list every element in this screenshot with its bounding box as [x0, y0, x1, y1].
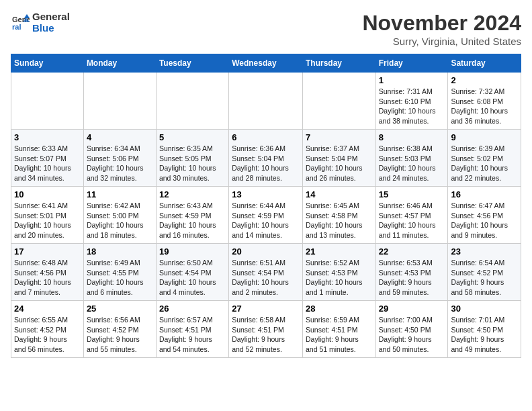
calendar-cell: 25Sunrise: 6:56 AM Sunset: 4:52 PM Dayli…: [83, 301, 156, 358]
day-info: Sunrise: 6:46 AM Sunset: 4:57 PM Dayligh…: [379, 201, 445, 240]
calendar-cell: 7Sunrise: 6:37 AM Sunset: 5:04 PM Daylig…: [302, 130, 375, 187]
logo-text-line2: Blue: [32, 22, 70, 34]
calendar-cell: 2Sunrise: 7:32 AM Sunset: 6:08 PM Daylig…: [448, 73, 521, 130]
day-number: 5: [159, 132, 226, 142]
day-info: Sunrise: 6:52 AM Sunset: 4:53 PM Dayligh…: [306, 258, 373, 298]
day-info: Sunrise: 6:47 AM Sunset: 4:56 PM Dayligh…: [451, 201, 518, 240]
calendar-cell: [11, 73, 84, 130]
day-info: Sunrise: 6:55 AM Sunset: 4:52 PM Dayligh…: [14, 315, 81, 355]
day-info: Sunrise: 7:01 AM Sunset: 4:50 PM Dayligh…: [451, 315, 518, 355]
day-number: 15: [379, 189, 445, 199]
day-number: 8: [379, 132, 445, 142]
calendar-cell: 23Sunrise: 6:54 AM Sunset: 4:52 PM Dayli…: [448, 244, 521, 301]
calendar-week-row: 17Sunrise: 6:48 AM Sunset: 4:56 PM Dayli…: [11, 244, 521, 301]
day-number: 4: [87, 132, 153, 142]
calendar-cell: 9Sunrise: 6:39 AM Sunset: 5:02 PM Daylig…: [448, 130, 521, 187]
day-info: Sunrise: 6:38 AM Sunset: 5:03 PM Dayligh…: [379, 144, 445, 183]
day-number: 29: [379, 304, 445, 314]
calendar-cell: 29Sunrise: 7:00 AM Sunset: 4:50 PM Dayli…: [375, 301, 448, 358]
day-info: Sunrise: 6:59 AM Sunset: 4:51 PM Dayligh…: [306, 315, 373, 355]
calendar-cell: [83, 73, 156, 130]
day-number: 23: [451, 246, 518, 257]
calendar-table: SundayMondayTuesdayWednesdayThursdayFrid…: [11, 54, 521, 358]
calendar-cell: 5Sunrise: 6:35 AM Sunset: 5:05 PM Daylig…: [156, 130, 228, 187]
calendar-week-row: 10Sunrise: 6:41 AM Sunset: 5:01 PM Dayli…: [11, 187, 521, 244]
day-number: 19: [159, 246, 226, 257]
weekday-header: Saturday: [448, 54, 521, 73]
calendar-header-row: SundayMondayTuesdayWednesdayThursdayFrid…: [11, 54, 521, 73]
calendar-week-row: 24Sunrise: 6:55 AM Sunset: 4:52 PM Dayli…: [11, 301, 521, 358]
calendar-cell: 21Sunrise: 6:52 AM Sunset: 4:53 PM Dayli…: [302, 244, 375, 301]
logo-icon: Gene ral: [11, 13, 30, 32]
weekday-header: Friday: [375, 54, 448, 73]
day-number: 12: [159, 189, 226, 199]
day-number: 9: [451, 132, 518, 142]
calendar-cell: 16Sunrise: 6:47 AM Sunset: 4:56 PM Dayli…: [448, 187, 521, 244]
day-info: Sunrise: 6:41 AM Sunset: 5:01 PM Dayligh…: [14, 201, 81, 240]
calendar-cell: [302, 73, 375, 130]
day-info: Sunrise: 7:31 AM Sunset: 6:10 PM Dayligh…: [379, 87, 445, 126]
day-info: Sunrise: 6:48 AM Sunset: 4:56 PM Dayligh…: [14, 258, 81, 298]
calendar-cell: 8Sunrise: 6:38 AM Sunset: 5:03 PM Daylig…: [375, 130, 448, 187]
day-info: Sunrise: 6:58 AM Sunset: 4:51 PM Dayligh…: [232, 315, 300, 355]
day-number: 27: [232, 304, 300, 314]
day-info: Sunrise: 6:43 AM Sunset: 4:59 PM Dayligh…: [159, 201, 226, 240]
day-number: 7: [306, 132, 373, 142]
calendar-cell: 11Sunrise: 6:42 AM Sunset: 5:00 PM Dayli…: [83, 187, 156, 244]
calendar-cell: 28Sunrise: 6:59 AM Sunset: 4:51 PM Dayli…: [302, 301, 375, 358]
weekday-header: Sunday: [11, 54, 84, 73]
calendar-week-row: 3Sunrise: 6:33 AM Sunset: 5:07 PM Daylig…: [11, 130, 521, 187]
day-info: Sunrise: 6:54 AM Sunset: 4:52 PM Dayligh…: [451, 258, 518, 298]
calendar-cell: 1Sunrise: 7:31 AM Sunset: 6:10 PM Daylig…: [375, 73, 448, 130]
day-number: 20: [232, 246, 300, 257]
day-info: Sunrise: 6:34 AM Sunset: 5:06 PM Dayligh…: [87, 144, 153, 183]
calendar-cell: 15Sunrise: 6:46 AM Sunset: 4:57 PM Dayli…: [375, 187, 448, 244]
day-number: 28: [306, 304, 373, 314]
day-number: 17: [14, 246, 81, 257]
day-number: 30: [451, 304, 518, 314]
day-info: Sunrise: 6:53 AM Sunset: 4:53 PM Dayligh…: [379, 258, 445, 298]
day-info: Sunrise: 6:50 AM Sunset: 4:54 PM Dayligh…: [159, 258, 226, 298]
day-info: Sunrise: 6:33 AM Sunset: 5:07 PM Dayligh…: [14, 144, 81, 183]
day-number: 1: [379, 75, 445, 85]
day-number: 16: [451, 189, 518, 199]
weekday-header: Monday: [83, 54, 156, 73]
day-number: 13: [232, 189, 300, 199]
title-area: November 2024 Surry, Virginia, United St…: [362, 11, 521, 47]
calendar-cell: [156, 73, 228, 130]
location-subtitle: Surry, Virginia, United States: [362, 36, 521, 47]
day-info: Sunrise: 6:57 AM Sunset: 4:51 PM Dayligh…: [159, 315, 226, 355]
day-info: Sunrise: 6:42 AM Sunset: 5:00 PM Dayligh…: [87, 201, 153, 240]
header: Gene ral General Blue November 2024 Surr…: [11, 11, 521, 47]
day-info: Sunrise: 6:37 AM Sunset: 5:04 PM Dayligh…: [306, 144, 373, 183]
calendar-cell: 13Sunrise: 6:44 AM Sunset: 4:59 PM Dayli…: [229, 187, 303, 244]
day-info: Sunrise: 7:32 AM Sunset: 6:08 PM Dayligh…: [451, 87, 518, 126]
day-info: Sunrise: 6:49 AM Sunset: 4:55 PM Dayligh…: [87, 258, 153, 298]
calendar-cell: 12Sunrise: 6:43 AM Sunset: 4:59 PM Dayli…: [156, 187, 228, 244]
calendar-cell: 18Sunrise: 6:49 AM Sunset: 4:55 PM Dayli…: [83, 244, 156, 301]
day-number: 2: [451, 75, 518, 85]
logo: Gene ral General Blue: [11, 11, 70, 34]
day-info: Sunrise: 6:36 AM Sunset: 5:04 PM Dayligh…: [232, 144, 300, 183]
day-number: 26: [159, 304, 226, 314]
svg-text:ral: ral: [12, 23, 21, 31]
day-number: 11: [87, 189, 153, 199]
calendar-cell: 3Sunrise: 6:33 AM Sunset: 5:07 PM Daylig…: [11, 130, 84, 187]
day-number: 6: [232, 132, 300, 142]
day-info: Sunrise: 6:35 AM Sunset: 5:05 PM Dayligh…: [159, 144, 226, 183]
day-info: Sunrise: 6:51 AM Sunset: 4:54 PM Dayligh…: [232, 258, 300, 298]
calendar-cell: 10Sunrise: 6:41 AM Sunset: 5:01 PM Dayli…: [11, 187, 84, 244]
calendar-cell: 24Sunrise: 6:55 AM Sunset: 4:52 PM Dayli…: [11, 301, 84, 358]
day-number: 21: [306, 246, 373, 257]
day-number: 24: [14, 304, 81, 314]
day-info: Sunrise: 6:39 AM Sunset: 5:02 PM Dayligh…: [451, 144, 518, 183]
calendar-cell: 14Sunrise: 6:45 AM Sunset: 4:58 PM Dayli…: [302, 187, 375, 244]
weekday-header: Thursday: [302, 54, 375, 73]
calendar-cell: 17Sunrise: 6:48 AM Sunset: 4:56 PM Dayli…: [11, 244, 84, 301]
calendar-week-row: 1Sunrise: 7:31 AM Sunset: 6:10 PM Daylig…: [11, 73, 521, 130]
calendar-cell: 27Sunrise: 6:58 AM Sunset: 4:51 PM Dayli…: [229, 301, 303, 358]
calendar-cell: 19Sunrise: 6:50 AM Sunset: 4:54 PM Dayli…: [156, 244, 228, 301]
day-number: 25: [87, 304, 153, 314]
day-number: 3: [14, 132, 81, 142]
day-info: Sunrise: 6:45 AM Sunset: 4:58 PM Dayligh…: [306, 201, 373, 240]
